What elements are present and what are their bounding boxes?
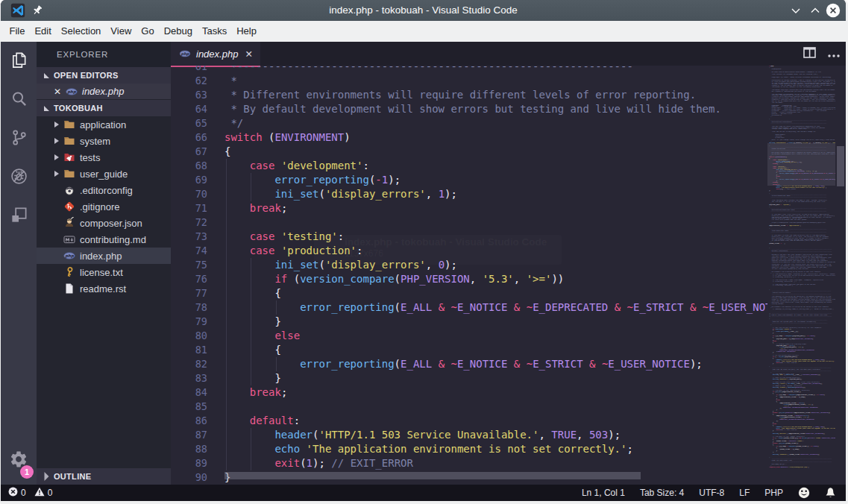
activity-search-button[interactable] [1, 81, 37, 119]
tree-item-index.php[interactable]: phpindex.php [37, 248, 171, 264]
menu-bar: FileEditSelectionViewGoDebugTasksHelp [1, 21, 846, 42]
code-editor[interactable]: 61 *------------------------------------… [171, 66, 846, 485]
settings-gear-button[interactable]: 1 [1, 440, 37, 479]
section-open-editors[interactable]: OPEN EDITORS [37, 67, 171, 84]
menu-tasks[interactable]: Tasks [197, 21, 231, 42]
chevron-collapsed-icon [45, 472, 49, 481]
overlay-title: index.php - tokobuah - Visual Studio Cod… [345, 236, 562, 248]
git-icon [63, 201, 75, 212]
twisty-collapsed-icon[interactable] [54, 154, 59, 160]
debug-disabled-icon [10, 167, 28, 189]
section-folder-label: TOKOBUAH [54, 104, 103, 113]
vertical-scrollbar[interactable] [835, 66, 846, 485]
tab-index-php[interactable]: php index.php ✕ [171, 42, 260, 66]
menu-selection[interactable]: Selection [56, 21, 105, 42]
tree-item-label: license.txt [80, 267, 123, 278]
feedback-smiley-icon[interactable] [798, 487, 810, 499]
close-editor-icon[interactable]: ✕ [54, 86, 66, 97]
settings-badge: 1 [20, 465, 34, 479]
tree-item-readme.rst[interactable]: readme.rst [37, 280, 171, 297]
vertical-scrollbar-thumb[interactable] [837, 146, 844, 186]
folder-test-icon [63, 151, 75, 163]
close-button[interactable] [826, 3, 841, 18]
warning-icon [34, 487, 45, 499]
file-icon [63, 283, 75, 294]
warning-count[interactable]: 0 [34, 487, 53, 499]
open-editor-index.php[interactable]: ✕phpindex.php [37, 84, 171, 100]
activity-explorer-button[interactable] [1, 42, 37, 81]
folder-icon [63, 119, 75, 130]
twisty-collapsed-icon[interactable] [54, 122, 59, 127]
status-ln-1-col-1[interactable]: Ln 1, Col 1 [582, 488, 625, 498]
menu-file[interactable]: File [4, 21, 30, 42]
tree-item-label: application [80, 119, 126, 130]
title-bar[interactable]: index.php - tokobuah - Visual Studio Cod… [1, 0, 846, 21]
activity-source-control-button[interactable] [1, 119, 37, 158]
menu-go[interactable]: Go [136, 21, 159, 42]
chevron-expanded-icon [44, 73, 49, 78]
svg-text:php: php [67, 89, 77, 94]
svg-text:php: php [65, 253, 75, 259]
tree-item-label: index.php [80, 251, 122, 262]
tree-item-contributing.md[interactable]: contributing.md [37, 231, 171, 248]
notifications-bell-icon[interactable] [825, 487, 836, 499]
activity-bar: 1 [1, 42, 37, 485]
markdown-icon [63, 233, 75, 245]
split-editor-icon[interactable] [803, 47, 816, 61]
section-outline[interactable]: OUTLINE [37, 468, 171, 485]
svg-text:php: php [181, 51, 189, 57]
file-tree: applicationsystemtestsuser_guide.editorc… [37, 116, 171, 297]
tree-item-application[interactable]: application [37, 116, 171, 133]
tree-item-label: system [80, 136, 110, 147]
tree-item-label: contributing.md [80, 234, 146, 245]
tree-item-label: .editorconfig [80, 185, 133, 196]
error-count[interactable]: 0 [8, 487, 26, 499]
status-lf[interactable]: LF [739, 488, 750, 498]
menu-debug[interactable]: Debug [159, 21, 197, 42]
key-icon [63, 266, 75, 278]
tab-close-icon[interactable]: ✕ [245, 48, 252, 60]
tree-item-.gitignore[interactable]: .gitignore [37, 198, 171, 215]
main-area: 1 EXPLORER OPEN EDITORS ✕phpindex.php TO… [1, 42, 846, 485]
tree-item-system[interactable]: system [37, 133, 171, 149]
status-php[interactable]: PHP [764, 488, 783, 498]
activity-extensions-button[interactable] [1, 197, 37, 236]
open-editor-label: index.php [82, 86, 124, 97]
git-branch-icon [10, 128, 28, 150]
chevron-expanded-icon [44, 106, 49, 111]
minimap[interactable]: <?php/** * CodeIgniter * * An open sourc… [767, 66, 835, 485]
count-value: 0 [21, 488, 26, 498]
error-icon [8, 487, 18, 499]
composer-icon [63, 217, 75, 229]
menu-help[interactable]: Help [232, 21, 262, 42]
tree-item-label: composer.json [80, 218, 142, 229]
minimize-button[interactable] [788, 3, 803, 18]
tree-item-label: readme.rst [80, 283, 126, 294]
status-tab-size-4[interactable]: Tab Size: 4 [640, 488, 684, 498]
minimap-slider[interactable] [767, 143, 835, 186]
section-folder[interactable]: TOKOBUAH [37, 100, 171, 116]
count-value: 0 [48, 488, 53, 498]
tab-label: index.php [196, 48, 238, 60]
extensions-icon [10, 206, 28, 227]
tree-item-license.txt[interactable]: license.txt [37, 264, 171, 280]
tree-item-composer.json[interactable]: composer.json [37, 215, 171, 231]
sidebar-explorer: EXPLORER OPEN EDITORS ✕phpindex.php TOKO… [37, 42, 171, 485]
overlay-dimensions: 848x504 [345, 248, 562, 259]
menu-edit[interactable]: Edit [30, 21, 56, 42]
status-bar: 00 Ln 1, Col 1Tab Size: 4UTF-8LFPHP [1, 485, 846, 501]
tree-item-tests[interactable]: tests [37, 149, 171, 166]
twisty-collapsed-icon[interactable] [54, 171, 59, 177]
menu-view[interactable]: View [106, 21, 136, 42]
files-icon [10, 51, 28, 72]
editor-group: php index.php ✕ [171, 42, 846, 485]
more-actions-icon[interactable] [828, 47, 840, 60]
status-utf-8[interactable]: UTF-8 [699, 488, 724, 498]
twisty-collapsed-icon[interactable] [54, 138, 59, 144]
maximize-button[interactable] [808, 3, 823, 18]
php-file-icon: php [179, 48, 190, 59]
horizontal-scrollbar-thumb[interactable] [224, 472, 641, 479]
tree-item-user_guide[interactable]: user_guide [37, 166, 171, 182]
activity-debug-button[interactable] [1, 158, 37, 197]
tree-item-.editorconfig[interactable]: .editorconfig [37, 182, 171, 198]
